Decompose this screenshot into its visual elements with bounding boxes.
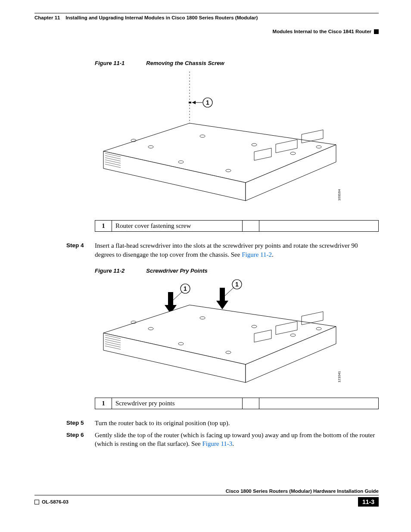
step-5: Step 5 Turn the router back to its origi… <box>66 419 379 427</box>
figure-2-partnum: 121041 <box>337 371 341 383</box>
figure-2-title: Screwdriver Pry Points <box>146 268 207 274</box>
footer-marker-icon <box>34 500 39 504</box>
step-4-text-before: Insert a flat-head screwdriver into the … <box>95 242 358 258</box>
step-4-label: Step 4 <box>66 241 95 259</box>
svg-rect-1 <box>189 102 191 103</box>
callout-desc: Screwdriver pry points <box>112 398 243 409</box>
callout-empty-desc <box>259 398 378 409</box>
callout-empty-num <box>242 221 259 232</box>
figure-1-number: Figure 11-1 <box>95 60 125 66</box>
page-footer: Cisco 1800 Series Routers (Modular) Hard… <box>34 488 379 507</box>
step-4-text-after: . <box>272 251 274 258</box>
chapter-label: Chapter 11 <box>34 15 60 20</box>
figure-11-2-link[interactable]: Figure 11-2 <box>242 251 272 258</box>
figure-1-partnum: 103164 <box>337 189 341 201</box>
figure-11-3-link[interactable]: Figure 11-3 <box>202 440 233 447</box>
svg-marker-3 <box>192 101 196 104</box>
step-5-text: Turn the router back to its original pos… <box>95 419 379 427</box>
figure-2-callout-a: 1 <box>184 285 187 292</box>
figure-1-callout-table: 1 Router cover fastening screw <box>95 220 379 232</box>
svg-rect-29 <box>168 292 173 306</box>
running-header: Chapter 11 Installing and Upgrading Inte… <box>34 15 379 20</box>
callout-num: 1 <box>95 398 112 409</box>
svg-marker-32 <box>216 301 228 309</box>
figure-2-callout-b: 1 <box>235 281 239 288</box>
figure-1-caption: Figure 11-1Removing the Chassis Screw <box>95 60 379 66</box>
svg-rect-31 <box>220 288 225 302</box>
chapter-title: Installing and Upgrading Internal Module… <box>65 15 258 20</box>
section-title: Modules Internal to the Cisco 1841 Route… <box>273 29 371 34</box>
step-6-label: Step 6 <box>66 431 95 448</box>
figure-2-caption: Figure 11-2Screwdriver Pry Points <box>95 268 379 274</box>
figure-1-title: Removing the Chassis Screw <box>146 60 224 66</box>
figure-1-image: 1 <box>95 72 379 214</box>
figure-2-image: 1 1 <box>95 279 379 391</box>
footer-guide-title: Cisco 1800 Series Routers (Modular) Hard… <box>34 488 379 495</box>
callout-desc: Router cover fastening screw <box>112 221 243 232</box>
step-6-text-after: . <box>232 440 234 447</box>
figure-2-callout-table: 1 Screwdriver pry points <box>95 398 379 409</box>
footer-docnum: OL-5876-03 <box>42 499 68 504</box>
figure-1-callout: 1 <box>206 99 209 106</box>
step-4: Step 4 Insert a flat-head screwdriver in… <box>66 241 379 259</box>
footer-pagenum: 11-3 <box>358 497 379 507</box>
callout-num: 1 <box>95 221 112 232</box>
callout-empty-num <box>242 398 259 409</box>
section-marker-icon <box>374 29 379 34</box>
step-6: Step 6 Gently slide the top of the route… <box>66 431 379 448</box>
callout-empty-desc <box>259 221 378 232</box>
figure-2-number: Figure 11-2 <box>95 268 125 274</box>
step-5-label: Step 5 <box>66 419 95 427</box>
step-6-text-before: Gently slide the top of the router (whic… <box>95 432 375 447</box>
